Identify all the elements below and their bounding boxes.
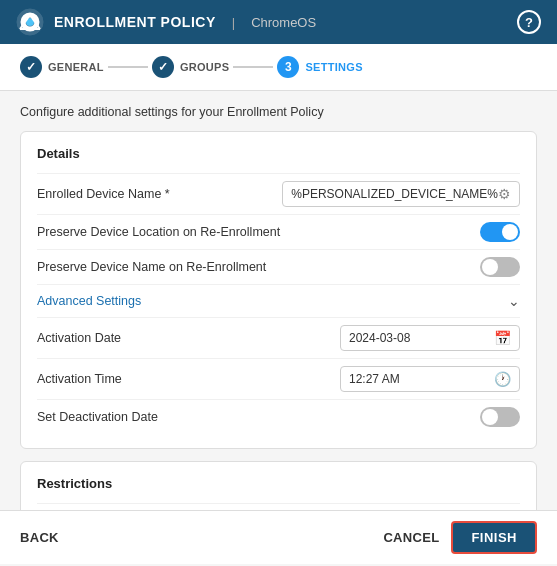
header: ENROLLMENT POLICY | ChromeOS ? (0, 0, 557, 44)
preserve-location-label: Preserve Device Location on Re-Enrollmen… (37, 225, 280, 239)
step-settings: 3 SETTINGS (277, 56, 362, 78)
activation-date-row: Activation Date 2024-03-08 📅 (37, 317, 520, 358)
back-button[interactable]: BACK (20, 530, 59, 545)
step-line-2 (233, 66, 273, 68)
activation-date-value: 2024-03-08 (349, 331, 410, 345)
preserve-location-toggle[interactable] (480, 222, 520, 242)
enrolled-device-name-value: %PERSONALIZED_DEVICE_NAME% (291, 187, 498, 201)
header-subtitle: ChromeOS (251, 15, 316, 30)
cancel-button[interactable]: CANCEL (383, 530, 439, 545)
step-settings-circle: 3 (277, 56, 299, 78)
calendar-icon: 📅 (494, 330, 511, 346)
details-card-title: Details (37, 146, 520, 161)
step-groups-label: GROUPS (180, 61, 229, 73)
enrolled-device-name-input[interactable]: %PERSONALIZED_DEVICE_NAME% ⚙ (282, 181, 520, 207)
enrollment-restrictions-row: Enrollment Restrictions (37, 503, 520, 510)
step-groups-circle: ✓ (152, 56, 174, 78)
preserve-name-row: Preserve Device Name on Re-Enrollment (37, 249, 520, 284)
footer-right: CANCEL FINISH (383, 521, 537, 554)
deactivation-date-row: Set Deactivation Date (37, 399, 520, 434)
chromeos-logo (16, 8, 44, 36)
advanced-settings-link[interactable]: Advanced Settings ⌄ (37, 284, 520, 317)
restrictions-card-title: Restrictions (37, 476, 520, 491)
activation-time-input[interactable]: 12:27 AM 🕐 (340, 366, 520, 392)
details-card: Details Enrolled Device Name * %PERSONAL… (20, 131, 537, 449)
finish-button[interactable]: FINISH (451, 521, 537, 554)
stepper: ✓ GENERAL ✓ GROUPS 3 SETTINGS (0, 44, 557, 91)
header-left: ENROLLMENT POLICY | ChromeOS (16, 8, 316, 36)
step-groups: ✓ GROUPS (152, 56, 229, 78)
main-description: Configure additional settings for your E… (20, 105, 537, 119)
activation-date-label: Activation Date (37, 331, 121, 345)
footer: BACK CANCEL FINISH (0, 510, 557, 564)
chevron-down-icon: ⌄ (508, 293, 520, 309)
enrolled-device-name-label: Enrolled Device Name * (37, 187, 170, 201)
step-settings-label: SETTINGS (305, 61, 362, 73)
deactivation-date-toggle[interactable] (480, 407, 520, 427)
activation-date-input[interactable]: 2024-03-08 📅 (340, 325, 520, 351)
step-general-label: GENERAL (48, 61, 104, 73)
header-title: ENROLLMENT POLICY (54, 14, 216, 30)
help-icon[interactable]: ? (517, 10, 541, 34)
step-line-1 (108, 66, 148, 68)
restrictions-card: Restrictions Enrollment Restrictions (20, 461, 537, 510)
advanced-settings-label: Advanced Settings (37, 294, 141, 308)
step-general: ✓ GENERAL (20, 56, 104, 78)
footer-left: BACK (20, 530, 59, 545)
activation-time-row: Activation Time 12:27 AM 🕐 (37, 358, 520, 399)
main-content: Configure additional settings for your E… (0, 91, 557, 510)
preserve-name-label: Preserve Device Name on Re-Enrollment (37, 260, 266, 274)
activation-time-label: Activation Time (37, 372, 122, 386)
preserve-location-row: Preserve Device Location on Re-Enrollmen… (37, 214, 520, 249)
preserve-name-toggle[interactable] (480, 257, 520, 277)
deactivation-date-label: Set Deactivation Date (37, 410, 158, 424)
header-divider: | (232, 15, 235, 30)
gear-icon[interactable]: ⚙ (498, 186, 511, 202)
enrolled-device-name-row: Enrolled Device Name * %PERSONALIZED_DEV… (37, 173, 520, 214)
clock-icon: 🕐 (494, 371, 511, 387)
step-general-circle: ✓ (20, 56, 42, 78)
activation-time-value: 12:27 AM (349, 372, 400, 386)
